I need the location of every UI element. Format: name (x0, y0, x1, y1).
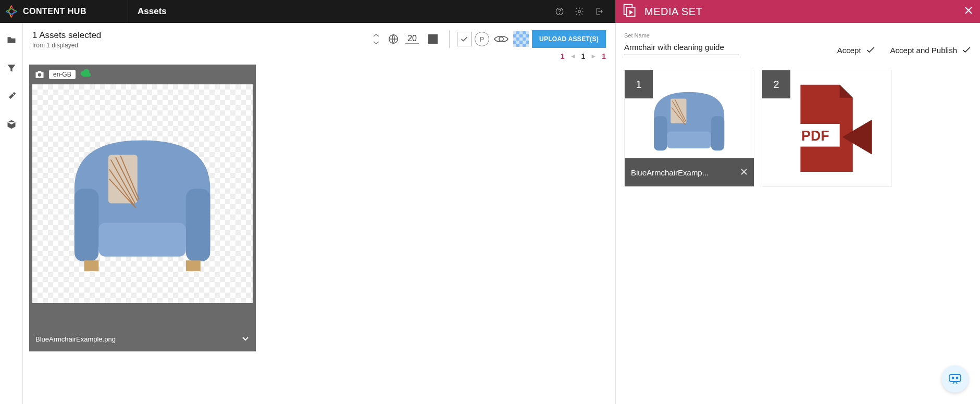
svg-rect-16 (667, 132, 711, 148)
page-size-value: 20 (405, 34, 419, 44)
svg-rect-12 (84, 260, 99, 271)
brand-title: CONTENT HUB (23, 7, 86, 16)
logout-icon[interactable] (589, 0, 609, 23)
media-set-item[interactable]: 2 PDF Upholstery Cleaning... (762, 70, 892, 187)
sidebar (0, 23, 23, 404)
item-caption: Upholstery Cleaning... (768, 186, 846, 187)
page-current: 1 (581, 52, 586, 60)
item-caption: BlueArmchairExamp... (631, 168, 709, 177)
app-logo-icon (0, 0, 23, 23)
media-set-header: MEDIA SET (615, 0, 980, 23)
item-caption-bar: Upholstery Cleaning... (762, 186, 891, 187)
asset-card-header: en-GB (29, 65, 256, 84)
svg-rect-15 (711, 117, 724, 151)
check-icon (961, 45, 972, 55)
asset-filename: BlueArmchairExample.png (35, 335, 116, 343)
publish-status-icon[interactable]: P (475, 32, 489, 46)
center-panel: 1 Assets selected from 1 displayed 20 P (23, 23, 615, 404)
remove-item-icon[interactable] (740, 168, 748, 177)
sidebar-tools-icon[interactable] (0, 89, 23, 104)
globe-icon[interactable] (384, 30, 402, 48)
chevron-right-icon[interactable]: ► (590, 53, 597, 60)
set-name-label: Set Name (624, 32, 650, 39)
header-actions (550, 0, 615, 23)
chevron-up-icon[interactable] (373, 32, 379, 39)
camera-icon (34, 70, 45, 79)
set-name-field: Set Name (624, 30, 739, 55)
stop-icon[interactable] (424, 30, 442, 48)
sidebar-folder-icon[interactable] (0, 32, 23, 48)
language-chip: en-GB (49, 70, 76, 79)
accept-label: Accept (837, 46, 861, 55)
check-icon (865, 45, 876, 55)
preview-icon[interactable] (492, 30, 510, 48)
page-last[interactable]: 1 (602, 52, 606, 60)
asset-card-footer: BlueArmchairExample.png (29, 329, 256, 351)
svg-point-1 (560, 13, 560, 14)
svg-rect-20 (949, 374, 961, 382)
svg-rect-8 (75, 189, 99, 262)
set-name-input[interactable] (624, 40, 739, 55)
upload-button[interactable]: UPLOAD ASSET(S) (532, 30, 606, 48)
svg-rect-13 (186, 260, 201, 271)
cloud-synced-icon (80, 69, 91, 80)
close-icon[interactable] (964, 6, 973, 17)
header-section-title: Assets (128, 0, 550, 23)
transparency-toggle-icon[interactable] (513, 31, 529, 47)
svg-point-21 (952, 377, 954, 379)
media-set-item[interactable]: 1 BlueArmchairExamp... (624, 70, 754, 187)
chevron-down-icon[interactable] (241, 334, 250, 344)
pagination: 1 ◄ 1 ► 1 (23, 52, 615, 65)
select-all-checkbox[interactable] (457, 32, 472, 46)
page-first[interactable]: 1 (561, 52, 565, 60)
asset-thumbnail (32, 84, 253, 303)
svg-rect-9 (186, 189, 210, 262)
svg-point-6 (499, 37, 503, 41)
sidebar-filter-icon[interactable] (0, 60, 23, 76)
sidebar-package-icon[interactable] (0, 117, 23, 132)
svg-point-2 (578, 10, 581, 13)
page-size-stepper[interactable] (373, 32, 379, 46)
chevron-left-icon[interactable]: ◄ (570, 53, 576, 60)
remove-item-icon[interactable] (878, 186, 885, 187)
asset-card[interactable]: en-GB (29, 65, 256, 351)
media-set-panel: Set Name Accept Accept and Publish 1 (615, 23, 980, 404)
gear-icon[interactable] (569, 0, 589, 23)
svg-point-7 (38, 73, 42, 77)
svg-point-22 (957, 377, 958, 379)
toolbar: 1 Assets selected from 1 displayed 20 P (23, 23, 615, 52)
accept-button[interactable]: Accept (837, 45, 876, 55)
help-icon[interactable] (550, 0, 569, 23)
brand-block: CONTENT HUB (0, 0, 128, 23)
displayed-count: from 1 displayed (32, 42, 101, 49)
media-set-items: 1 BlueArmchairExamp... (624, 70, 972, 187)
svg-rect-14 (654, 117, 667, 151)
accept-publish-button[interactable]: Accept and Publish (890, 45, 972, 55)
media-set-icon (623, 3, 637, 20)
assets-grid: en-GB (23, 65, 615, 351)
accept-publish-label: Accept and Publish (890, 46, 957, 55)
svg-rect-10 (99, 223, 187, 257)
item-index-badge: 2 (762, 70, 790, 98)
toolbar-divider (449, 30, 450, 48)
chevron-down-icon[interactable] (373, 39, 379, 46)
media-set-title: MEDIA SET (644, 6, 702, 18)
app-header: CONTENT HUB Assets MEDIA SET (0, 0, 980, 23)
selection-count: 1 Assets selected (32, 30, 101, 41)
item-caption-bar: BlueArmchairExamp... (625, 158, 754, 186)
chat-fab[interactable] (941, 365, 969, 393)
item-index-badge: 1 (625, 70, 653, 98)
svg-text:PDF: PDF (801, 128, 829, 144)
